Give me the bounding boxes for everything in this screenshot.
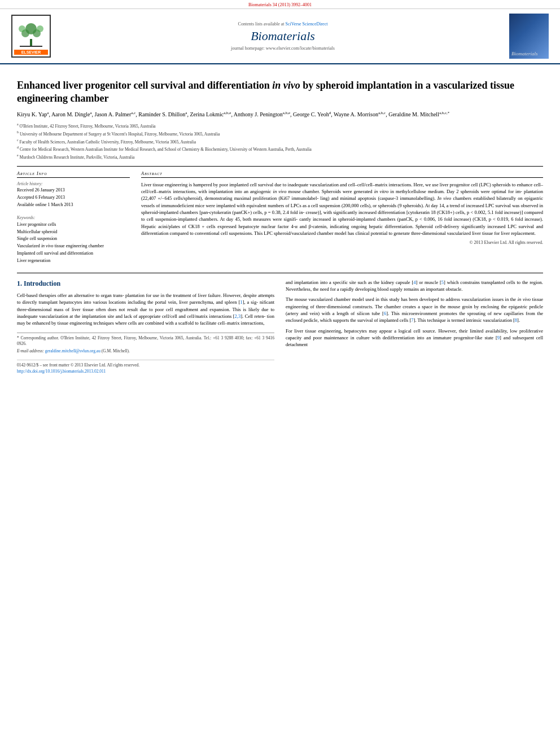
keywords-list: Liver progenitor cells Multicellular sph…	[17, 221, 130, 265]
keyword-5: Implanted cell survival and differentiat…	[17, 250, 130, 257]
sciverse-line: Contents lists available at SciVerse Sci…	[56, 21, 509, 27]
title-plain: Enhanced liver progenitor cell survival …	[17, 80, 272, 91]
article-info-header: Article Info	[17, 171, 130, 178]
svg-point-4	[19, 25, 25, 32]
abstract-col: Abstract Liver tissue engineering is ham…	[141, 171, 543, 265]
abstract-text: Liver tissue engineering is hampered by …	[141, 181, 543, 237]
keyword-2: Multicellular spheroid	[17, 229, 130, 236]
intro-para-right-1: and implantation into a specific site su…	[286, 279, 543, 293]
svg-rect-0	[30, 39, 32, 46]
affil-a: a O'Brien Institute, 42 Fitzroy Street, …	[17, 122, 543, 129]
doi-link[interactable]: http://dx.doi.org/10.1016/j.biomaterials…	[17, 369, 106, 374]
title-italic: in vivo	[272, 80, 300, 91]
svg-rect-6	[20, 46, 42, 47]
article-info-col: Article Info Article history: Received 2…	[17, 171, 130, 265]
keyword-3: Single cell suspension	[17, 235, 130, 243]
article-info-abstract: Article Info Article history: Received 2…	[17, 171, 543, 265]
copyright-line: © 2013 Elsevier Ltd. All rights reserved…	[141, 240, 543, 245]
accepted-date: Accepted 6 February 2013	[17, 195, 130, 200]
body-col-right: and implantation into a specific site su…	[286, 279, 543, 375]
keywords-label: Keywords:	[17, 215, 130, 220]
main-content: Enhanced liver progenitor cell survival …	[0, 64, 560, 381]
body-two-col: 1. Introduction Cell-based therapies off…	[17, 279, 543, 375]
keyword-4: Vascularized in vivo tissue engineering …	[17, 243, 130, 250]
intro-para-right-2: The mouse vascularized chamber model use…	[286, 296, 543, 324]
email-link[interactable]: geraldine.mitchell@svlun.org.au	[45, 348, 100, 353]
elsevier-text: ELSEVIER	[14, 50, 48, 55]
sciverse-link[interactable]: SciVerse ScienceDirect	[286, 21, 328, 27]
keyword-6: Liver regeneration	[17, 257, 130, 265]
affil-b: b University of Melbourne Department of …	[17, 130, 543, 137]
online-date: Available online 1 March 2013	[17, 202, 130, 207]
bottom-bar: 0142-9612/$ – see front matter © 2013 El…	[17, 360, 274, 375]
header-divider	[17, 166, 543, 167]
affil-e: e Murdoch Childrens Research Institute, …	[17, 153, 543, 160]
journal-title: Biomaterials	[56, 29, 509, 43]
footnote-area: * Corresponding author. O'Brien Institut…	[17, 333, 274, 355]
sciverse-prefix: Contents lists available at	[238, 21, 286, 27]
intro-para-right-3: For liver tissue engineering, hepatocyte…	[286, 327, 543, 348]
citation-text: Biomaterials 34 (2013) 3992–4001	[248, 2, 312, 7]
intro-title: 1. Introduction	[17, 279, 274, 289]
journal-header: ELSEVIER Contents lists available at Sci…	[0, 9, 560, 64]
affil-d: d Centre for Medical Research, Western A…	[17, 145, 543, 152]
citation-bar: Biomaterials 34 (2013) 3992–4001	[0, 0, 560, 9]
cover-label: Biomaterials	[511, 51, 538, 56]
issn-line: 0142-9612/$ – see front matter © 2013 El…	[17, 362, 274, 369]
body-area: 1. Introduction Cell-based therapies off…	[17, 273, 543, 375]
journal-header-center: Contents lists available at SciVerse Sci…	[56, 21, 509, 51]
journal-cover: Biomaterials	[509, 14, 549, 59]
history-label: Article history:	[17, 181, 130, 186]
elsevier-tree-icon	[14, 18, 48, 49]
footnote-email: E-mail address: geraldine.mitchell@svlun…	[17, 348, 274, 355]
body-col-left: 1. Introduction Cell-based therapies off…	[17, 279, 274, 375]
elsevier-logo: ELSEVIER	[11, 15, 56, 58]
svg-point-5	[37, 25, 43, 32]
affiliations: a O'Brien Institute, 42 Fitzroy Street, …	[17, 122, 543, 160]
journal-homepage: journal homepage: www.elsevier.com/locat…	[56, 46, 509, 51]
intro-para-1: Cell-based therapies offer an alternativ…	[17, 292, 274, 327]
article-title: Enhanced liver progenitor cell survival …	[17, 79, 543, 106]
keyword-1: Liver progenitor cells	[17, 221, 130, 229]
affil-c: c Faculty of Health Sciences, Australian…	[17, 138, 543, 145]
abstract-header: Abstract	[141, 171, 543, 178]
authors-line: Kiryu K. Yapa, Aaron M. Dinglea, Jason A…	[17, 110, 543, 119]
footnote-star: * Corresponding author. O'Brien Institut…	[17, 335, 274, 347]
received-date: Received 26 January 2013	[17, 187, 130, 193]
